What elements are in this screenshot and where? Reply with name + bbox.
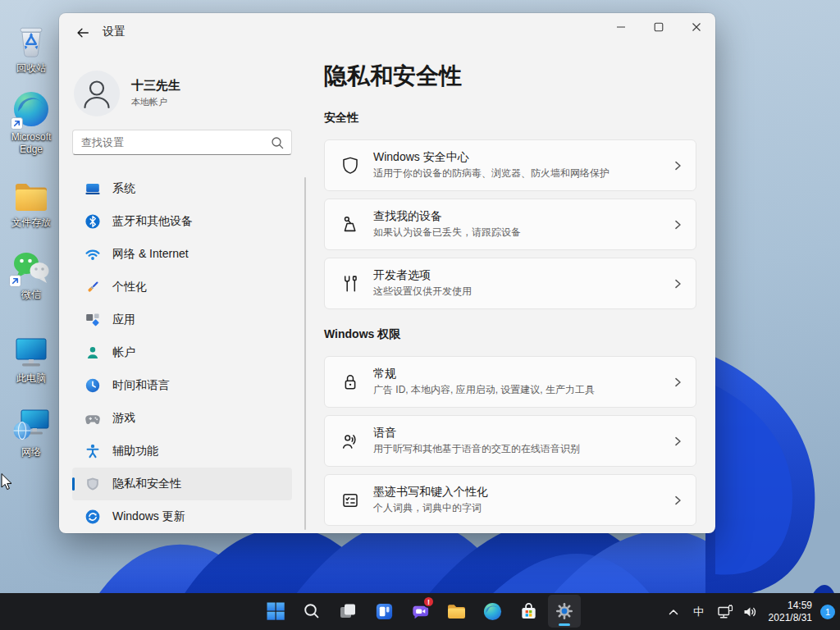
card-title: 查找我的设备 — [373, 209, 521, 224]
widgets-icon — [374, 601, 395, 622]
chat-button[interactable]: ! — [404, 595, 436, 628]
sidebar-item-label: 网络 & Internet — [112, 247, 189, 262]
card-title: 开发者选项 — [373, 268, 472, 283]
page-title: 隐私和安全性 — [324, 61, 462, 92]
edge-icon — [482, 601, 503, 622]
desktop-icon-label: 网络 — [21, 446, 41, 459]
sidebar-item-network-internet[interactable]: 网络 & Internet — [72, 238, 292, 271]
sidebar-item-label: 应用 — [112, 313, 135, 327]
windows-update-icon — [84, 509, 101, 525]
settings-button[interactable] — [548, 595, 581, 628]
chevron-right-icon — [671, 277, 684, 290]
store-button[interactable] — [512, 595, 545, 628]
desktop-icon-folder[interactable]: 文件存放 — [2, 174, 60, 229]
settings-window: 设置 十三先生 本地帐户 — [59, 13, 715, 533]
desktop-icon-edge[interactable]: Microsoft Edge — [2, 89, 60, 156]
task-view-icon — [338, 601, 358, 621]
sidebar-item-label: 游戏 — [112, 411, 135, 426]
user-profile[interactable]: 十三先生 本地帐户 — [74, 71, 304, 120]
volume-tray-icon[interactable] — [737, 596, 762, 628]
sidebar-item-personalization[interactable]: 个性化 — [72, 271, 292, 304]
sidebar-item-label: 蓝牙和其他设备 — [112, 214, 193, 229]
time-language-icon — [84, 377, 101, 394]
system-tray: 中 14:59 2021/8/31 1 — [662, 593, 835, 630]
back-button[interactable] — [71, 21, 95, 45]
desktop: 回收站 Microsoft Edge 文件存放 — [0, 0, 840, 630]
sidebar-scrollbar[interactable] — [304, 177, 306, 530]
close-button[interactable] — [678, 13, 715, 41]
desktop-icon-this-pc[interactable]: 此电脑 — [2, 330, 60, 385]
titlebar: 设置 — [59, 13, 715, 52]
desktop-icon-network[interactable]: 网络 — [2, 404, 60, 459]
selected-indicator — [72, 477, 75, 491]
window-controls — [602, 13, 715, 41]
sidebar-item-bluetooth[interactable]: 蓝牙和其他设备 — [72, 205, 292, 238]
sidebar-item-accessibility[interactable]: 辅助功能 — [72, 435, 292, 468]
file-explorer-button[interactable] — [440, 595, 472, 628]
this-pc-icon — [11, 330, 51, 371]
recycle-bin-icon — [12, 20, 50, 61]
sidebar-item-label: 系统 — [112, 181, 135, 196]
desktop-icon-label: 微信 — [21, 289, 41, 301]
sidebar-item-label: 辅助功能 — [112, 444, 158, 459]
ink-typing-icon — [340, 490, 361, 511]
store-icon — [518, 601, 539, 622]
sidebar-item-windows-update[interactable]: Windows 更新 — [72, 500, 292, 533]
sidebar-item-privacy-security[interactable]: 隐私和安全性 — [72, 468, 292, 500]
clock[interactable]: 14:59 2021/8/31 — [769, 600, 812, 624]
search-box — [72, 130, 292, 155]
bluetooth-icon — [84, 213, 101, 230]
desktop-icon-label: 回收站 — [16, 62, 46, 75]
active-app-indicator — [559, 623, 570, 626]
tray-date: 2021/8/31 — [769, 612, 812, 624]
search-icon — [302, 601, 322, 621]
sidebar-item-accounts[interactable]: 帐户 — [72, 336, 292, 369]
taskbar-search-button[interactable] — [295, 595, 328, 628]
card-windows-security[interactable]: Windows 安全中心 适用于你的设备的防病毒、浏览器、防火墙和网络保护 — [324, 139, 696, 191]
sidebar-item-apps[interactable]: 应用 — [72, 304, 292, 336]
minimize-button[interactable] — [602, 13, 640, 41]
card-inking-typing[interactable]: 墨迹书写和键入个性化 个人词典，词典中的字词 — [324, 474, 696, 526]
start-button[interactable] — [259, 595, 292, 628]
desktop-icon-wechat[interactable]: 微信 — [2, 246, 60, 301]
sidebar-nav: 系统 蓝牙和其他设备 网络 & Internet 个性化 应用 帐户 — [72, 172, 292, 533]
window-title: 设置 — [103, 25, 126, 39]
system-icon — [84, 180, 101, 197]
sidebar-item-time-language[interactable]: 时间和语言 — [72, 369, 292, 402]
shield-outline-icon — [340, 155, 361, 176]
hidden-icons-chevron[interactable] — [662, 596, 685, 628]
chevron-right-icon — [671, 435, 684, 448]
shortcut-arrow-icon — [11, 117, 23, 130]
speech-icon — [340, 431, 361, 452]
sidebar-item-label: Windows 更新 — [112, 509, 185, 524]
taskbar: ! 中 — [0, 593, 840, 630]
task-view-button[interactable] — [331, 595, 364, 628]
card-title: Windows 安全中心 — [373, 150, 609, 165]
card-developer-options[interactable]: 开发者选项 这些设置仅供开发使用 — [324, 258, 696, 309]
desktop-icon-label: 文件存放 — [11, 217, 51, 229]
sidebar-item-gaming[interactable]: 游戏 — [72, 402, 292, 435]
notification-badge[interactable]: 1 — [820, 605, 835, 619]
taskbar-center: ! — [259, 595, 581, 628]
search-input[interactable] — [81, 130, 262, 154]
desktop-icon-recycle-bin[interactable]: 回收站 — [2, 20, 60, 75]
edge-button[interactable] — [476, 595, 509, 628]
gear-icon — [554, 600, 575, 622]
gaming-icon — [84, 410, 101, 427]
sidebar-item-system[interactable]: 系统 — [72, 172, 292, 205]
widgets-button[interactable] — [368, 595, 400, 628]
card-desc: 这些设置仅供开发使用 — [373, 285, 472, 299]
card-find-my-device[interactable]: 查找我的设备 如果认为设备已丢失，请跟踪设备 — [324, 199, 696, 250]
network-tray-icon[interactable] — [713, 596, 737, 628]
card-desc: 适用于你的设备的防病毒、浏览器、防火墙和网络保护 — [373, 167, 609, 180]
accounts-icon — [84, 345, 101, 361]
desktop-icon-label: Microsoft Edge — [2, 131, 60, 156]
developer-tools-icon — [340, 273, 361, 294]
maximize-button[interactable] — [640, 13, 678, 41]
card-desc: 如果认为设备已丢失，请跟踪设备 — [373, 226, 521, 240]
card-speech[interactable]: 语音 用于听写和其他基于语音的交互的在线语音识别 — [324, 415, 696, 467]
ime-indicator[interactable]: 中 — [685, 596, 713, 628]
account-type: 本地帐户 — [131, 96, 167, 108]
card-general[interactable]: 常规 广告 ID, 本地内容, 应用启动, 设置建议, 生产力工具 — [324, 356, 696, 408]
accessibility-icon — [84, 443, 101, 459]
